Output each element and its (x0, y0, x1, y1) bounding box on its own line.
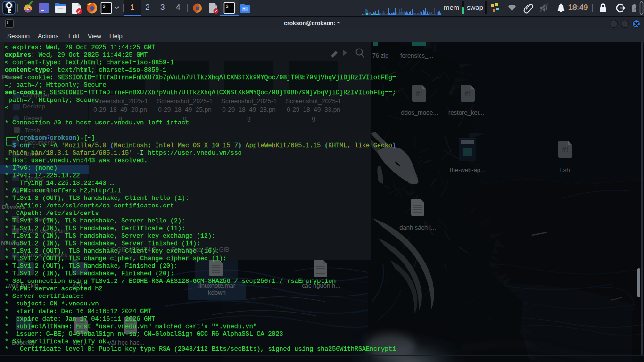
svg-text:$_: $_ (103, 4, 108, 9)
svg-text:$_: $_ (226, 4, 231, 9)
svg-text:?: ? (633, 7, 636, 11)
